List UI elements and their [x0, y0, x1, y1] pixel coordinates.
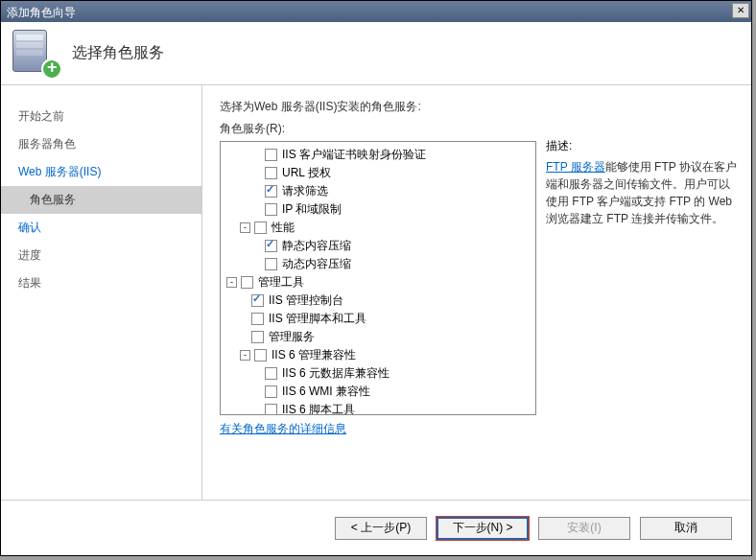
close-button[interactable]: ✕ — [732, 3, 749, 18]
more-info-link[interactable]: 有关角色服务的详细信息 — [220, 415, 536, 437]
prev-button[interactable]: < 上一步(P) — [335, 517, 427, 540]
tree-item-label: 动态内容压缩 — [282, 256, 351, 272]
tree-item[interactable]: IIS 管理控制台 — [223, 292, 533, 310]
sidebar-step[interactable]: 进度 — [1, 242, 201, 269]
main-panel: 选择为Web 服务器(IIS)安装的角色服务: 角色服务(R): IIS 客户端… — [202, 85, 751, 500]
sidebar-step[interactable]: 开始之前 — [1, 103, 201, 130]
checkbox[interactable] — [254, 222, 267, 234]
tree-item[interactable]: 静态内容压缩 — [223, 237, 533, 255]
tree-item[interactable]: IIS 6 脚本工具 — [223, 401, 533, 415]
page-title: 选择角色服务 — [72, 43, 164, 63]
tree-item[interactable]: IIS 客户端证书映射身份验证 — [223, 146, 533, 164]
tree-item-label: 静态内容压缩 — [282, 238, 351, 254]
checkbox[interactable] — [265, 240, 277, 252]
role-services-tree[interactable]: IIS 客户端证书映射身份验证URL 授权请求筛选IP 和域限制-性能静态内容压… — [220, 141, 536, 415]
next-button[interactable]: 下一步(N) > — [437, 517, 529, 540]
tree-item-label: IIS 6 WMI 兼容性 — [282, 384, 370, 400]
tree-item[interactable]: -性能 — [223, 219, 533, 237]
tree-item-label: IIS 6 脚本工具 — [282, 402, 355, 415]
expander-icon[interactable]: - — [226, 277, 237, 288]
expander-icon[interactable]: - — [240, 350, 250, 361]
tree-item-label: 管理服务 — [269, 329, 315, 345]
tree-item-label: IIS 6 管理兼容性 — [272, 347, 356, 363]
body: 开始之前服务器角色Web 服务器(IIS)角色服务确认进度结果 选择为Web 服… — [1, 85, 751, 500]
wizard-window: 添加角色向导 ✕ 选择角色服务 开始之前服务器角色Web 服务器(IIS)角色服… — [0, 0, 752, 556]
button-bar: < 上一步(P) 下一步(N) > 安装(I) 取消 — [1, 500, 751, 555]
tree-item-label: URL 授权 — [282, 165, 331, 181]
expander-icon[interactable]: - — [240, 222, 250, 233]
checkbox[interactable] — [251, 331, 264, 343]
tree-item[interactable]: -IIS 6 管理兼容性 — [223, 346, 533, 364]
sidebar-step[interactable]: Web 服务器(IIS) — [1, 158, 201, 186]
checkbox[interactable] — [265, 203, 277, 216]
checkbox[interactable] — [241, 276, 253, 289]
sidebar-step[interactable]: 角色服务 — [1, 186, 201, 214]
sidebar-step[interactable]: 确认 — [1, 214, 201, 242]
install-button: 安装(I) — [538, 517, 630, 540]
tree-item[interactable]: 管理服务 — [223, 328, 533, 346]
checkbox[interactable] — [251, 294, 264, 307]
checkbox[interactable] — [265, 258, 277, 270]
tree-item[interactable]: 动态内容压缩 — [223, 255, 533, 273]
tree-item-label: 管理工具 — [258, 274, 304, 291]
checkbox[interactable] — [265, 167, 277, 179]
checkbox[interactable] — [254, 349, 267, 362]
role-services-label: 角色服务(R): — [220, 121, 536, 137]
plus-icon — [41, 58, 62, 80]
tree-item[interactable]: -管理工具 — [223, 273, 533, 292]
sidebar-step[interactable]: 结果 — [1, 269, 201, 297]
tree-item[interactable]: IIS 6 WMI 兼容性 — [223, 383, 533, 401]
tree-item[interactable]: IP 和域限制 — [223, 200, 533, 219]
description-text: FTP 服务器能够使用 FTP 协议在客户端和服务器之间传输文件。用户可以使用 … — [546, 158, 738, 227]
tree-item[interactable]: IIS 6 元数据库兼容性 — [223, 364, 533, 383]
description-link[interactable]: FTP 服务器 — [546, 160, 605, 174]
description-panel: 描述: FTP 服务器能够使用 FTP 协议在客户端和服务器之间传输文件。用户可… — [546, 121, 738, 437]
checkbox[interactable] — [251, 313, 264, 325]
sidebar: 开始之前服务器角色Web 服务器(IIS)角色服务确认进度结果 — [1, 85, 202, 500]
tree-item[interactable]: URL 授权 — [223, 164, 533, 182]
tree-item[interactable]: 请求筛选 — [223, 182, 533, 200]
tree-item-label: 性能 — [272, 220, 295, 236]
checkbox[interactable] — [265, 185, 277, 198]
header: 选择角色服务 — [1, 22, 751, 85]
tree-item-label: 请求筛选 — [282, 183, 328, 199]
checkbox[interactable] — [265, 385, 277, 398]
tree-item-label: IIS 管理控制台 — [269, 292, 343, 309]
prompt-text: 选择为Web 服务器(IIS)安装的角色服务: — [220, 99, 738, 115]
tree-item[interactable]: IIS 管理脚本和工具 — [223, 310, 533, 328]
checkbox[interactable] — [265, 367, 277, 380]
checkbox[interactable] — [265, 404, 277, 415]
tree-item-label: IIS 客户端证书映射身份验证 — [282, 147, 426, 163]
wizard-icon — [12, 30, 60, 78]
cancel-button[interactable]: 取消 — [640, 517, 732, 540]
window-title: 添加角色向导 — [7, 6, 76, 19]
titlebar: 添加角色向导 ✕ — [1, 1, 751, 22]
tree-item-label: IP 和域限制 — [282, 201, 342, 218]
checkbox[interactable] — [265, 149, 277, 161]
tree-item-label: IIS 6 元数据库兼容性 — [282, 365, 390, 382]
sidebar-step[interactable]: 服务器角色 — [1, 130, 201, 158]
description-title: 描述: — [546, 138, 738, 154]
tree-item-label: IIS 管理脚本和工具 — [269, 311, 366, 327]
